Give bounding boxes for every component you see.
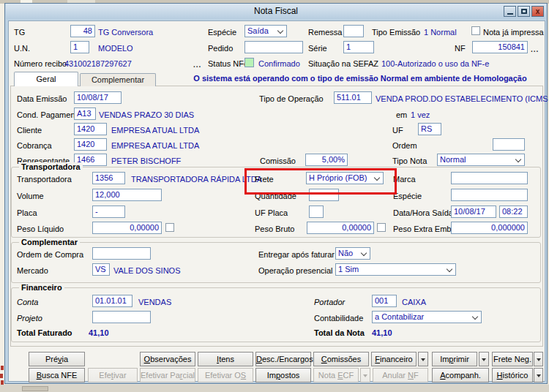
data-saida-field[interactable]: 10/08/17 xyxy=(451,206,496,218)
cobranca-field[interactable]: 1420 xyxy=(74,138,107,151)
nota-ja-impressa-checkbox[interactable] xyxy=(471,26,480,35)
close-button[interactable]: x xyxy=(531,6,544,17)
un-field[interactable]: 1 xyxy=(70,41,89,53)
especie-transp-field[interactable] xyxy=(451,189,528,201)
peso-liquido-checkbox[interactable] xyxy=(165,223,174,232)
transportadora-field[interactable]: 1356 xyxy=(92,172,125,184)
peso-bruto-field[interactable]: 0,00000 xyxy=(307,222,374,234)
nota-ecf-button[interactable]: Nota ECF xyxy=(313,368,359,382)
frete-select[interactable]: H Próprio (FOB) xyxy=(306,172,384,184)
projeto-field[interactable] xyxy=(92,311,151,323)
historico-button[interactable]: Histórico xyxy=(492,368,533,382)
observacoes-button[interactable]: Observações xyxy=(140,352,195,366)
hora-saida-field[interactable]: 08:22 xyxy=(499,206,528,218)
contabilidade-value: a Contabilizar xyxy=(375,312,424,321)
dropdown-arrow-icon xyxy=(421,358,425,363)
comissoes-button[interactable]: Comissões xyxy=(313,352,369,366)
tipo-nota-select[interactable]: Normal xyxy=(437,154,525,166)
nf-label: NF xyxy=(455,44,466,53)
tipo-nota-value: Normal xyxy=(440,155,466,164)
window-title: Nota Fiscal xyxy=(6,4,546,19)
comissao-field[interactable]: 5,00% xyxy=(305,154,348,166)
numero-recibo-value: 431002187297627 xyxy=(64,59,132,68)
desc-encargos-button[interactable]: Desc./Encargos xyxy=(255,352,311,366)
tab-complementar[interactable]: Complementar xyxy=(80,73,156,86)
acompanh-button[interactable]: Acompanh. xyxy=(432,368,489,382)
cliente-description: EMPRESA ATUAL LTDA xyxy=(111,126,199,135)
uf-field[interactable]: RS xyxy=(418,123,441,135)
representante-description: PETER BISCHOFF xyxy=(111,157,181,165)
anular-nf-button[interactable]: Anular NF xyxy=(373,368,428,382)
marca-field[interactable] xyxy=(451,172,528,184)
screen: Nota Fiscal x TG 48 TG Conversora Espéci… xyxy=(0,0,549,392)
entregar-apos-faturar-select[interactable]: Não xyxy=(335,247,370,260)
historico-dropdown-arrow[interactable] xyxy=(534,368,543,382)
dropdown-arrow-icon xyxy=(482,358,486,363)
marca-label: Marca xyxy=(393,175,416,184)
minimize-button[interactable] xyxy=(504,6,516,17)
nf-lookup-button[interactable]: ... xyxy=(531,45,539,53)
peso-extra-field[interactable]: 0,000000 xyxy=(451,222,528,234)
mercado-field[interactable]: VS xyxy=(92,263,110,276)
especie-select[interactable]: Saída xyxy=(244,25,287,37)
quantidade-field[interactable] xyxy=(309,189,339,201)
ordem-field[interactable] xyxy=(493,138,525,151)
nf-field[interactable]: 150841 xyxy=(472,41,528,53)
efetivar-parcial-button[interactable]: Efetivar Parcial xyxy=(140,368,195,382)
cond-pagamento-description: VENDAS PRAZO 30 DIAS xyxy=(99,110,194,119)
tg-description: TG Conversora xyxy=(98,28,153,37)
frete-value: H Próprio (FOB) xyxy=(309,173,367,182)
mercado-label: Mercado xyxy=(17,266,48,275)
itens-button[interactable]: Itens xyxy=(198,352,253,366)
imprimir-button[interactable]: Imprimir xyxy=(432,352,477,366)
tab-geral[interactable]: Geral xyxy=(14,72,78,86)
peso-bruto-label: Peso Bruto xyxy=(255,225,294,233)
recibo-lookup-button[interactable]: ... xyxy=(193,61,201,69)
tg-field[interactable]: 48 xyxy=(70,25,95,37)
cliente-label: Cliente xyxy=(17,126,42,135)
cond-pagamento-field[interactable]: A13 xyxy=(74,108,96,120)
tipo-emissao-label: Tipo Emissão xyxy=(372,28,420,37)
complementar-group xyxy=(11,242,541,283)
financeiro-dropdown-arrow[interactable] xyxy=(418,352,428,366)
pedido-field[interactable] xyxy=(244,41,303,53)
serie-field[interactable]: 1 xyxy=(343,41,374,53)
frete-neg-dropdown-arrow[interactable] xyxy=(534,352,543,366)
placa-field[interactable]: - xyxy=(92,206,125,218)
contabilidade-select[interactable]: a Contabilizar xyxy=(372,311,482,323)
cliente-field[interactable]: 1420 xyxy=(74,123,107,135)
volume-field[interactable]: 12,000 xyxy=(92,189,162,201)
financeiro-button[interactable]: Financeiro xyxy=(371,352,417,366)
projeto-label: Projeto xyxy=(17,314,42,323)
frete-neg-button[interactable]: Frete Neg. xyxy=(492,352,533,366)
nota-ecf-dropdown-arrow[interactable] xyxy=(360,368,370,382)
portador-field[interactable]: 001 xyxy=(372,295,397,307)
ordem-compra-field[interactable] xyxy=(92,247,151,260)
data-emissao-field[interactable]: 10/08/17 xyxy=(74,91,122,104)
peso-bruto-checkbox[interactable] xyxy=(377,223,386,232)
imprimir-dropdown-arrow[interactable] xyxy=(479,352,489,366)
maximize-icon xyxy=(521,9,527,14)
remessa-field[interactable] xyxy=(343,25,364,37)
status-nfe-label: Status NFe xyxy=(208,59,248,68)
conta-field[interactable]: 01.01.01 xyxy=(92,295,132,307)
portador-description: CAIXA xyxy=(402,298,426,306)
status-nfe-indicator xyxy=(244,58,254,67)
efetivar-button[interactable]: Efetivar xyxy=(88,368,138,382)
previa-button[interactable]: Prévia xyxy=(29,352,85,366)
uf-placa-label: UF Placa xyxy=(255,208,288,217)
conta-label: Conta xyxy=(17,298,38,306)
background-artifact xyxy=(0,374,3,378)
tipo-operacao-label: Tipo de Operação xyxy=(259,94,324,103)
operacao-presencial-select[interactable]: 1 Sim xyxy=(335,263,456,276)
entregar-apos-faturar-label: Entregar após faturar xyxy=(258,250,335,259)
title-bar[interactable]: Nota Fiscal x xyxy=(6,4,546,19)
busca-nfe-button[interactable]: Busca NFE xyxy=(29,368,85,382)
efetivar-os-button[interactable]: Efetivar OS xyxy=(198,368,253,382)
tipo-operacao-field[interactable]: 511.01 xyxy=(334,91,372,104)
peso-liquido-field[interactable]: 0,00000 xyxy=(92,222,162,234)
uf-placa-field[interactable] xyxy=(309,206,324,218)
maximize-button[interactable] xyxy=(518,6,530,17)
impostos-button[interactable]: Impostos xyxy=(255,368,311,382)
dropdown-arrow-icon xyxy=(537,358,541,363)
